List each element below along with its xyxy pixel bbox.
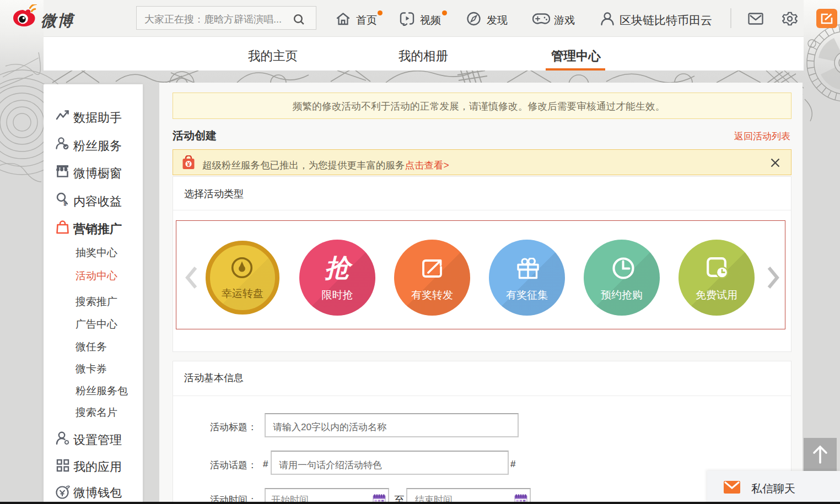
svg-text:¥: ¥	[187, 161, 191, 167]
svg-text:¥: ¥	[63, 200, 67, 206]
